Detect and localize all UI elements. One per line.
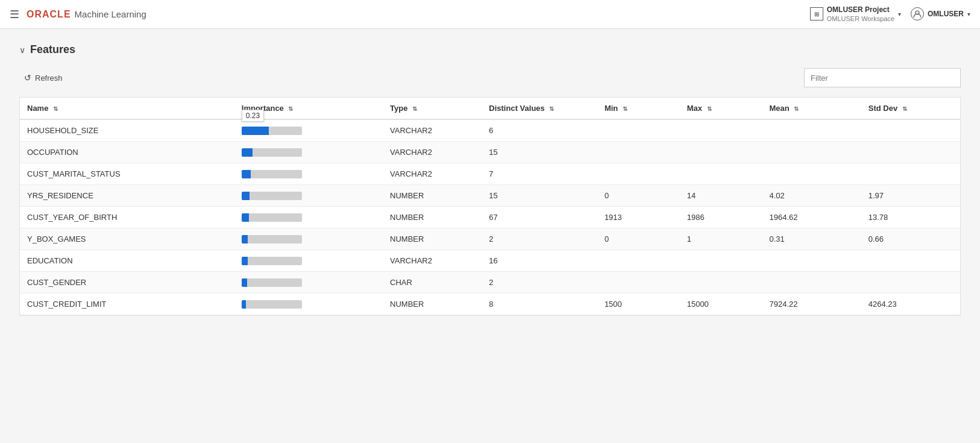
cell-mean: [762, 250, 861, 272]
cell-max: 15000: [680, 294, 762, 315]
cell-min: [597, 163, 680, 185]
cell-distinct-values: 8: [482, 294, 597, 315]
sort-importance-icon: ⇅: [288, 105, 293, 112]
cell-std-dev: 4264.23: [861, 294, 960, 315]
user-name: OMLUSER: [928, 10, 964, 18]
cell-type: NUMBER: [383, 228, 482, 250]
sort-mean-icon: ⇅: [794, 105, 799, 112]
importance-bar-fill: [242, 213, 249, 222]
cell-type: VARCHAR2: [383, 163, 482, 185]
cell-max: [680, 250, 762, 272]
col-header-type[interactable]: Type ⇅: [383, 98, 482, 119]
cell-distinct-values: 67: [482, 207, 597, 228]
cell-mean: 7924.22: [762, 294, 861, 315]
importance-bar-track: [242, 213, 302, 222]
cell-min: 0: [597, 185, 680, 207]
refresh-button[interactable]: ↺ Refresh: [19, 71, 68, 85]
cell-importance: [234, 272, 383, 294]
col-header-mean[interactable]: Mean ⇅: [762, 98, 861, 119]
cell-max: 14: [680, 185, 762, 207]
cell-distinct-values: 2: [482, 228, 597, 250]
table-row: CUST_GENDERCHAR2: [20, 272, 960, 294]
project-text: OMLUSER Project OMLUSER Workspace: [827, 5, 894, 24]
section-header: ∨ Features: [19, 43, 961, 56]
table-row: EDUCATIONVARCHAR216: [20, 250, 960, 272]
project-name: OMLUSER Project: [827, 5, 894, 15]
table-row: Y_BOX_GAMESNUMBER2010.310.66: [20, 228, 960, 250]
col-header-importance[interactable]: Importance ⇅: [234, 98, 383, 119]
project-selector[interactable]: ⊞ OMLUSER Project OMLUSER Workspace ▾: [810, 5, 901, 24]
table-header-row: Name ⇅ Importance ⇅ Type ⇅ Distinct Valu…: [20, 98, 960, 119]
cell-type: NUMBER: [383, 294, 482, 315]
brand-oracle: ORACLE: [27, 9, 71, 20]
cell-name: CUST_MARITAL_STATUS: [20, 163, 234, 185]
cell-mean: 4.02: [762, 185, 861, 207]
table-row: YRS_RESIDENCENUMBER150144.021.97: [20, 185, 960, 207]
cell-name: Y_BOX_GAMES: [20, 228, 234, 250]
cell-distinct-values: 15: [482, 142, 597, 163]
col-header-name[interactable]: Name ⇅: [20, 98, 234, 119]
cell-distinct-values: 16: [482, 250, 597, 272]
importance-bar-track: [242, 257, 302, 265]
cell-mean: [762, 272, 861, 294]
col-header-min[interactable]: Min ⇅: [597, 98, 680, 119]
table-row: OCCUPATIONVARCHAR215: [20, 142, 960, 163]
refresh-icon: ↺: [24, 73, 31, 83]
main-content: ∨ Features ↺ Refresh Name ⇅ Importance ⇅: [0, 29, 980, 330]
user-selector[interactable]: OMLUSER ▾: [911, 7, 970, 20]
sort-max-icon: ⇅: [707, 105, 712, 112]
project-icon: ⊞: [810, 7, 823, 20]
cell-mean: [762, 119, 861, 142]
section-title: Features: [30, 43, 75, 56]
cell-max: 1986: [680, 207, 762, 228]
features-table-container: Name ⇅ Importance ⇅ Type ⇅ Distinct Valu…: [19, 97, 961, 316]
table-body: HOUSEHOLD_SIZE0.23VARCHAR26OCCUPATIONVAR…: [20, 119, 960, 315]
importance-bar-track: [242, 192, 302, 200]
importance-bar-track: [242, 170, 302, 178]
toolbar: ↺ Refresh: [19, 68, 961, 87]
cell-importance: [234, 163, 383, 185]
brand: ORACLE Machine Learning: [27, 9, 146, 20]
user-chevron-icon: ▾: [967, 11, 970, 17]
cell-distinct-values: 6: [482, 119, 597, 142]
importance-bar-fill: [242, 278, 247, 287]
section-collapse-icon[interactable]: ∨: [19, 45, 25, 55]
cell-min: 0: [597, 228, 680, 250]
menu-icon[interactable]: ☰: [10, 8, 19, 21]
col-header-distinct[interactable]: Distinct Values ⇅: [482, 98, 597, 119]
project-chevron-icon: ▾: [898, 11, 901, 17]
cell-type: VARCHAR2: [383, 142, 482, 163]
cell-max: [680, 142, 762, 163]
cell-mean: [762, 163, 861, 185]
filter-input[interactable]: [804, 68, 961, 87]
importance-bar-track: [242, 148, 302, 157]
cell-type: NUMBER: [383, 207, 482, 228]
cell-std-dev: [861, 163, 960, 185]
table-row: CUST_MARITAL_STATUSVARCHAR27: [20, 163, 960, 185]
cell-min: [597, 272, 680, 294]
cell-mean: 1964.62: [762, 207, 861, 228]
cell-importance: 0.23: [234, 119, 383, 142]
cell-importance: [234, 142, 383, 163]
cell-importance: [234, 207, 383, 228]
col-header-stddev[interactable]: Std Dev ⇅: [861, 98, 960, 119]
cell-max: [680, 272, 762, 294]
importance-bar-track: [242, 300, 302, 309]
cell-mean: [762, 142, 861, 163]
importance-bar-fill: [242, 127, 269, 135]
cell-min: [597, 250, 680, 272]
cell-std-dev: [861, 142, 960, 163]
cell-max: [680, 119, 762, 142]
cell-std-dev: 13.78: [861, 207, 960, 228]
cell-importance: [234, 250, 383, 272]
cell-name: CUST_CREDIT_LIMIT: [20, 294, 234, 315]
header-right: ⊞ OMLUSER Project OMLUSER Workspace ▾ OM…: [810, 5, 970, 24]
features-table: Name ⇅ Importance ⇅ Type ⇅ Distinct Valu…: [20, 98, 960, 315]
col-header-max[interactable]: Max ⇅: [680, 98, 762, 119]
sort-stddev-icon: ⇅: [902, 105, 907, 112]
importance-bar-fill: [242, 235, 248, 243]
cell-min: [597, 142, 680, 163]
cell-max: [680, 163, 762, 185]
sort-name-icon: ⇅: [53, 105, 58, 112]
cell-std-dev: 1.97: [861, 185, 960, 207]
